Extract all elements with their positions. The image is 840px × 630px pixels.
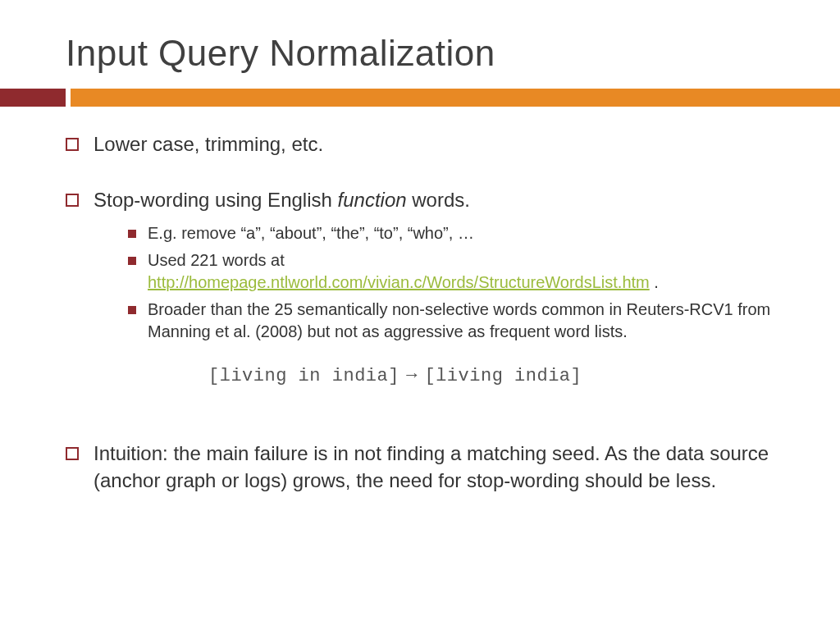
- example-transform: [living in india]→[living india]: [94, 348, 783, 389]
- example-before: [living in india]: [208, 366, 399, 386]
- bullet-2: Stop-wording using English function word…: [66, 187, 783, 429]
- slide: Input Query Normalization Lower case, tr…: [0, 0, 840, 630]
- spacer: [94, 388, 783, 429]
- example-after: [living india]: [424, 366, 582, 386]
- slide-title: Input Query Normalization: [0, 0, 840, 89]
- bullet-2-text-post: words.: [407, 189, 470, 211]
- arrow-icon: →: [399, 364, 425, 385]
- bullet-3: Intuition: the main failure is in not fi…: [66, 441, 783, 494]
- structure-words-link[interactable]: http://homepage.ntlworld.com/vivian.c/Wo…: [148, 273, 650, 291]
- sub-bullet-1: E.g. remove “a”, “about”, “the”, “to”, “…: [94, 222, 783, 244]
- accent-bar-red: [0, 89, 66, 107]
- sub-bullet-2: Used 221 words at http://homepage.ntlwor…: [94, 249, 783, 294]
- sub-bullet-list: E.g. remove “a”, “about”, “the”, “to”, “…: [94, 222, 783, 343]
- bullet-2-italic: function: [338, 189, 407, 211]
- bullet-1: Lower case, trimming, etc.: [66, 131, 783, 158]
- sub-bullet-2-post: .: [650, 273, 659, 291]
- accent-bar: [0, 89, 840, 107]
- sub-bullet-3: Broader than the 25 semantically non-sel…: [94, 299, 783, 343]
- content-area: Lower case, trimming, etc. Stop-wording …: [0, 107, 840, 494]
- bullet-2-text-pre: Stop-wording using English: [94, 189, 338, 211]
- accent-bar-orange: [71, 89, 840, 107]
- bullet-list: Lower case, trimming, etc. Stop-wording …: [66, 131, 783, 494]
- sub-bullet-2-pre: Used 221 words at: [148, 251, 285, 269]
